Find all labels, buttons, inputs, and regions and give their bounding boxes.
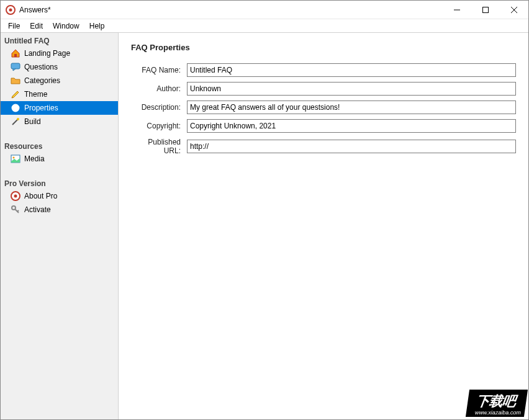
input-faq-name[interactable] — [187, 63, 516, 77]
field-row-copyright: Copyright: — [131, 119, 516, 133]
content-area: Untitled FAQ Landing Page Questions Cate… — [1, 33, 528, 419]
sidebar-item-activate[interactable]: Activate — [1, 203, 118, 217]
key-icon — [11, 205, 20, 215]
app-icon — [6, 5, 16, 15]
sidebar-item-properties[interactable]: Properties — [1, 101, 118, 115]
input-author[interactable] — [187, 82, 516, 96]
menu-edit[interactable]: Edit — [25, 20, 48, 32]
titlebar: Answers* — [1, 1, 528, 19]
label-url: Published URL: — [131, 138, 187, 155]
field-row-description: Description: — [131, 101, 516, 114]
sidebar-item-landing-page[interactable]: Landing Page — [1, 47, 118, 60]
image-icon — [11, 154, 20, 164]
close-button[interactable] — [500, 1, 528, 19]
sidebar-item-label: Build — [24, 117, 41, 126]
label-author: Author: — [131, 84, 187, 93]
sidebar-item-label: Activate — [24, 205, 51, 214]
menu-help[interactable]: Help — [84, 20, 110, 32]
sidebar-item-label: Categories — [24, 76, 60, 85]
sidebar-item-label: About Pro — [24, 192, 57, 200]
sidebar-item-categories[interactable]: Categories — [1, 74, 118, 87]
watermark-url: www.xiazaiba.com — [474, 409, 521, 416]
menu-file[interactable]: File — [3, 20, 25, 32]
svg-rect-6 — [14, 54, 17, 57]
input-published-url[interactable] — [187, 140, 516, 153]
menu-window[interactable]: Window — [48, 20, 84, 32]
gear-icon — [11, 103, 20, 113]
sidebar-item-label: Questions — [24, 63, 58, 71]
field-row-name: FAQ Name: — [131, 63, 516, 77]
pencil-icon — [11, 89, 20, 99]
watermark: 下载吧 www.xiazaiba.com — [466, 390, 528, 417]
wand-icon — [11, 117, 20, 127]
svg-point-15 — [14, 195, 17, 198]
sidebar-section-resources: Resources — [1, 140, 118, 152]
chat-icon — [11, 62, 20, 72]
label-copyright: Copyright: — [131, 122, 187, 130]
field-row-author: Author: — [131, 82, 516, 96]
folder-icon — [11, 76, 20, 86]
sidebar-item-build[interactable]: Build — [1, 115, 118, 128]
svg-rect-3 — [483, 7, 489, 12]
page-title: FAQ Properties — [131, 43, 516, 52]
sidebar-item-label: Landing Page — [24, 49, 70, 58]
sidebar-item-media[interactable]: Media — [1, 152, 118, 166]
input-copyright[interactable] — [187, 119, 516, 133]
sidebar-item-theme[interactable]: Theme — [1, 87, 118, 101]
minimize-button[interactable] — [443, 1, 471, 19]
lifebuoy-icon — [11, 191, 20, 201]
sidebar-item-label: Theme — [24, 90, 47, 99]
house-icon — [11, 48, 20, 58]
label-description: Description: — [131, 103, 187, 112]
sidebar-item-about-pro[interactable]: About Pro — [1, 189, 118, 203]
field-row-url: Published URL: — [131, 138, 516, 155]
sidebar-item-label: Properties — [24, 104, 58, 112]
watermark-text: 下载吧 — [476, 393, 517, 409]
svg-line-18 — [17, 210, 19, 212]
sidebar-section-pro: Pro Version — [1, 177, 118, 189]
maximize-button[interactable] — [471, 1, 500, 19]
sidebar: Untitled FAQ Landing Page Questions Cate… — [1, 33, 119, 419]
menubar: File Edit Window Help — [1, 19, 528, 33]
svg-point-1 — [9, 8, 12, 11]
window-controls — [443, 1, 528, 19]
svg-point-9 — [14, 107, 17, 109]
sidebar-item-label: Media — [24, 154, 45, 163]
sidebar-section-faq: Untitled FAQ — [1, 34, 118, 47]
svg-rect-7 — [11, 63, 20, 69]
window-title: Answers* — [19, 6, 443, 14]
sidebar-item-questions[interactable]: Questions — [1, 60, 118, 74]
svg-point-13 — [13, 157, 15, 159]
svg-point-11 — [17, 118, 19, 120]
main-panel: FAQ Properties FAQ Name: Author: Descrip… — [119, 33, 528, 419]
input-description[interactable] — [187, 101, 516, 114]
label-name: FAQ Name: — [131, 66, 187, 74]
